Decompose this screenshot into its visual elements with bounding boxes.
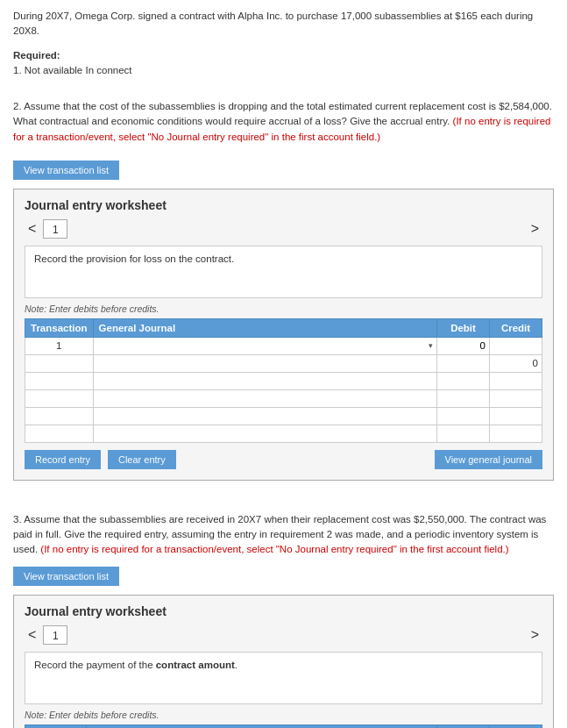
col-header-general-journal-2: General Journal	[93, 318, 436, 337]
journal-table-2: Transaction General Journal Debit Credit…	[25, 318, 542, 443]
transaction-cell-5	[25, 407, 94, 425]
credit-input-4[interactable]	[493, 393, 538, 403]
dropdown-arrow-1[interactable]: ▾	[429, 341, 433, 350]
journal-worksheet-3: Journal entry worksheet < 1 > Record the…	[13, 595, 554, 729]
nav-number-3: 1	[43, 625, 67, 645]
debit-input-1[interactable]	[441, 340, 485, 351]
general-journal-input-1[interactable]	[97, 340, 429, 351]
general-journal-input-6[interactable]	[97, 428, 433, 439]
transaction-cell-1: 1	[25, 337, 94, 354]
worksheet-title-2: Journal entry worksheet	[25, 198, 542, 212]
view-transaction-list-btn-2[interactable]: View transaction list	[13, 161, 119, 180]
record-instruction-3: Record the payment of the contract amoun…	[25, 652, 542, 704]
record-entry-btn-2[interactable]: Record entry	[25, 450, 101, 469]
general-journal-cell-2[interactable]	[93, 354, 436, 372]
credit-input-6[interactable]	[493, 428, 538, 439]
nav-next-arrow-3[interactable]: >	[528, 627, 542, 643]
general-journal-cell-5[interactable]	[93, 407, 436, 425]
table-row	[25, 372, 542, 389]
col-header-debit-2: Debit	[437, 318, 490, 337]
transaction-cell-6	[25, 425, 94, 442]
nav-next-arrow-2[interactable]: >	[528, 221, 542, 237]
nav-number-2: 1	[43, 219, 67, 239]
col-header-credit-2: Credit	[490, 318, 542, 337]
transaction-cell-2	[25, 354, 94, 372]
item1-text: 1. Not available In connect	[13, 65, 132, 75]
table-row	[25, 407, 542, 425]
debit-cell-4[interactable]	[437, 389, 490, 407]
transaction-cell-4	[25, 389, 94, 407]
bottom-buttons-2: Record entry Clear entry View general jo…	[25, 450, 542, 469]
intro-paragraph: During 20X7, Omega Corp. signed a contra…	[13, 9, 554, 39]
credit-cell-2: 0	[490, 354, 542, 372]
nav-prev-arrow-3[interactable]: <	[25, 627, 39, 643]
view-general-journal-btn-2[interactable]: View general journal	[435, 450, 542, 469]
credit-cell-3[interactable]	[490, 372, 542, 389]
debit-cell-6[interactable]	[437, 425, 490, 442]
col-header-debit-3: Debit	[437, 724, 490, 728]
debit-input-5[interactable]	[441, 410, 485, 421]
table-row	[25, 425, 542, 442]
record-instruction-2: Record the provision for loss on the con…	[25, 246, 542, 298]
journal-table-3: Date General Journal Debit Credit 1 ▾	[25, 724, 542, 729]
clear-entry-btn-2[interactable]: Clear entry	[108, 450, 176, 469]
credit-cell-1	[490, 337, 542, 354]
col-header-transaction: Transaction	[25, 318, 94, 337]
worksheet-nav-2: < 1 >	[25, 219, 542, 239]
general-journal-cell-1[interactable]: ▾	[93, 337, 436, 354]
debit-cell-5[interactable]	[437, 407, 490, 425]
nav-prev-arrow-2[interactable]: <	[25, 221, 39, 237]
table-row: 0	[25, 354, 542, 372]
credit-cell-5[interactable]	[490, 407, 542, 425]
item2-text: 2. Assume that the cost of the subassemb…	[13, 99, 554, 145]
general-journal-cell-6[interactable]	[93, 425, 436, 442]
credit-input-5[interactable]	[493, 410, 538, 421]
debit-input-6[interactable]	[441, 428, 485, 439]
credit-cell-6[interactable]	[490, 425, 542, 442]
debit-input-3[interactable]	[441, 375, 485, 386]
note-text-2: Note: Enter debits before credits.	[25, 303, 542, 314]
col-header-date-3: Date	[25, 724, 87, 728]
general-journal-input-2[interactable]	[97, 358, 433, 368]
general-journal-input-4[interactable]	[97, 393, 433, 403]
table-row	[25, 389, 542, 407]
general-journal-input-3[interactable]	[97, 375, 433, 386]
section3-intro: 3. Assume that the subassemblies are rec…	[13, 512, 554, 558]
credit-cell-4[interactable]	[490, 389, 542, 407]
note-text-3: Note: Enter debits before credits.	[25, 710, 542, 720]
col-header-general-journal-3: General Journal	[87, 724, 437, 728]
debit-cell-2	[437, 354, 490, 372]
journal-worksheet-2: Journal entry worksheet < 1 > Record the…	[13, 189, 554, 481]
col-header-credit-3: Credit	[490, 724, 542, 728]
table-row: 1 ▾	[25, 337, 542, 354]
general-journal-input-5[interactable]	[97, 410, 433, 421]
debit-cell-3[interactable]	[437, 372, 490, 389]
debit-input-4[interactable]	[441, 393, 485, 403]
view-transaction-list-btn-3[interactable]: View transaction list	[13, 567, 119, 586]
transaction-cell-3	[25, 372, 94, 389]
worksheet-title-3: Journal entry worksheet	[25, 604, 542, 618]
general-journal-cell-3[interactable]	[93, 372, 436, 389]
required-label: Required:	[13, 50, 60, 61]
worksheet-nav-3: < 1 >	[25, 625, 542, 645]
general-journal-cell-4[interactable]	[93, 389, 436, 407]
credit-input-3[interactable]	[493, 375, 538, 386]
debit-cell-1[interactable]	[437, 337, 490, 354]
